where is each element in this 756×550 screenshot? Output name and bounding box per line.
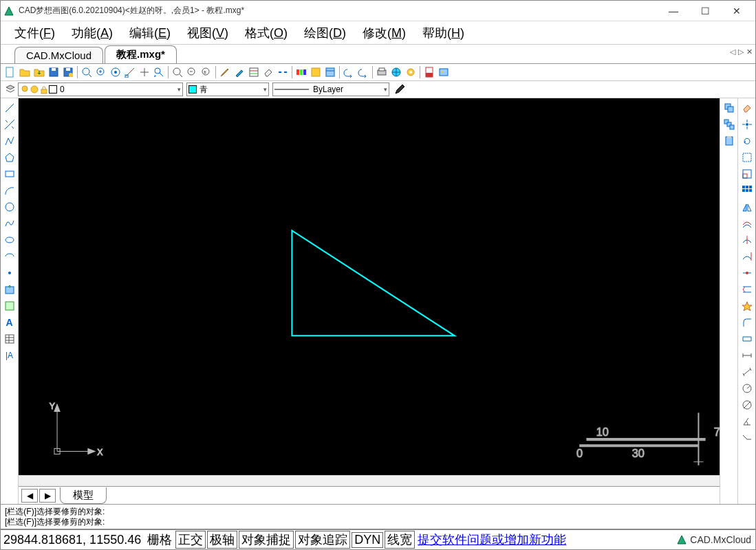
- ortho-toggle[interactable]: 正交: [175, 531, 206, 549]
- layout-prev-button[interactable]: ◀: [21, 489, 38, 503]
- chamfer-icon[interactable]: [740, 332, 754, 346]
- close-button[interactable]: ✕: [721, 1, 753, 21]
- dyn-toggle[interactable]: DYN: [352, 532, 383, 548]
- polar-toggle[interactable]: 极轴: [207, 531, 237, 549]
- pan-icon[interactable]: [138, 65, 151, 79]
- copy-multi-icon[interactable]: [722, 118, 736, 131]
- layer-dropdown[interactable]: 0 ▾: [18, 82, 183, 96]
- dim-radius-icon[interactable]: [740, 382, 754, 395]
- spline-icon[interactable]: [3, 217, 17, 230]
- table-icon[interactable]: [3, 332, 17, 346]
- stretch-icon[interactable]: [740, 283, 754, 296]
- menu-format[interactable]: 格式(O): [237, 23, 296, 43]
- ellipse-arc-icon[interactable]: [3, 250, 17, 263]
- break-icon[interactable]: [276, 65, 290, 79]
- horizontal-scrollbar[interactable]: [19, 475, 720, 486]
- mirror-icon[interactable]: [740, 200, 754, 214]
- copy-icon[interactable]: [722, 101, 736, 115]
- zoom-extents-icon[interactable]: [109, 65, 122, 79]
- tab-prev-icon[interactable]: ◁: [730, 47, 735, 56]
- new-icon[interactable]: [3, 65, 17, 79]
- tab-next-icon[interactable]: ▷: [738, 47, 744, 56]
- circle-icon[interactable]: [3, 200, 17, 214]
- linetype-dropdown[interactable]: ByLayer ▾: [272, 82, 389, 96]
- tab-close-icon[interactable]: ✕: [746, 47, 753, 56]
- explode-icon[interactable]: [740, 299, 754, 313]
- menu-view[interactable]: 视图(V): [179, 23, 237, 43]
- otrack-toggle[interactable]: 对象追踪: [295, 531, 350, 549]
- measure-icon[interactable]: [123, 65, 137, 79]
- properties-icon[interactable]: [323, 65, 337, 79]
- layout-tab-model[interactable]: 模型: [60, 487, 107, 504]
- settings-icon[interactable]: [404, 65, 418, 79]
- dim-linear-icon[interactable]: [740, 349, 754, 362]
- array-icon[interactable]: [740, 184, 754, 197]
- pen-icon[interactable]: [233, 65, 246, 79]
- eraser-icon[interactable]: [261, 65, 275, 79]
- feedback-link[interactable]: 提交软件问题或增加新功能: [418, 531, 566, 548]
- mtext-icon[interactable]: |A: [3, 349, 17, 362]
- polyline-icon[interactable]: [3, 134, 17, 148]
- zoom-in-icon[interactable]: [94, 65, 108, 79]
- image-icon[interactable]: [437, 65, 451, 79]
- make-block-icon[interactable]: [3, 299, 17, 313]
- extend-icon[interactable]: [740, 250, 754, 263]
- doc-tab-tutorial[interactable]: 教程.mxg*: [105, 45, 177, 63]
- world-icon[interactable]: [389, 65, 403, 79]
- insert-block-icon[interactable]: [3, 283, 17, 296]
- save-icon[interactable]: [47, 65, 61, 79]
- trim-icon[interactable]: [740, 233, 754, 247]
- erase-icon[interactable]: [740, 101, 754, 115]
- zoom-previous-icon[interactable]: [152, 65, 166, 79]
- dim-angular-icon[interactable]: [740, 415, 754, 428]
- minimize-button[interactable]: —: [658, 1, 689, 21]
- text-icon[interactable]: A: [3, 316, 17, 329]
- menu-function[interactable]: 功能(A): [63, 23, 121, 43]
- brush-icon[interactable]: [218, 65, 232, 79]
- saveas-icon[interactable]: [61, 65, 75, 79]
- command-line[interactable]: [栏选(F)]选择要修剪的对象: [栏选(F)]选择要修剪的对象:: [1, 504, 755, 529]
- zoom-out-icon[interactable]: [185, 65, 199, 79]
- dim-aligned-icon[interactable]: [740, 365, 754, 379]
- move-icon[interactable]: [740, 118, 754, 131]
- fillet-icon[interactable]: [740, 316, 754, 329]
- scale-icon[interactable]: [740, 167, 754, 181]
- ellipse-icon[interactable]: [3, 233, 17, 247]
- menu-draw[interactable]: 绘图(D): [296, 23, 354, 43]
- menu-modify[interactable]: 修改(M): [354, 23, 414, 43]
- import-icon[interactable]: [32, 65, 46, 79]
- zoom-window-icon[interactable]: [80, 65, 94, 79]
- maximize-button[interactable]: ☐: [689, 1, 721, 21]
- point-icon[interactable]: [3, 266, 17, 280]
- dim-diameter-icon[interactable]: [740, 398, 754, 412]
- osnap-toggle[interactable]: 对象捕捉: [239, 531, 294, 549]
- zoom-scale-icon[interactable]: ±: [199, 65, 213, 79]
- leader-icon[interactable]: [740, 431, 754, 445]
- xline-icon[interactable]: [3, 118, 17, 131]
- paste-icon[interactable]: [722, 134, 736, 148]
- rotate-icon[interactable]: [740, 134, 754, 148]
- palette-icon[interactable]: [294, 65, 308, 79]
- menu-file[interactable]: 文件(F): [6, 23, 63, 43]
- offset-icon[interactable]: [740, 217, 754, 230]
- menu-help[interactable]: 帮助(H): [414, 23, 473, 43]
- block-icon[interactable]: [309, 65, 323, 79]
- open-icon[interactable]: [18, 65, 32, 79]
- layout-next-button[interactable]: ▶: [39, 489, 56, 503]
- zoom-realtime-icon[interactable]: [171, 65, 184, 79]
- color-dropdown[interactable]: 青 ▾: [186, 82, 269, 96]
- polygon-icon[interactable]: [3, 151, 17, 164]
- print-icon[interactable]: [375, 65, 389, 79]
- rectangle-icon[interactable]: [3, 167, 17, 181]
- drawing-canvas[interactable]: Y X 10 70 0 30: [19, 98, 720, 475]
- line-icon[interactable]: [3, 101, 17, 115]
- grid-toggle[interactable]: 栅格: [145, 531, 174, 548]
- menu-edit[interactable]: 编辑(E): [121, 23, 179, 43]
- hatch-icon[interactable]: [247, 65, 261, 79]
- doc-tab-cloud[interactable]: CAD.MxCloud: [14, 47, 103, 63]
- undo-icon[interactable]: [342, 65, 356, 79]
- pdf-icon[interactable]: [422, 65, 436, 79]
- arc-icon[interactable]: [3, 184, 17, 197]
- lineweight-toggle[interactable]: 线宽: [385, 531, 415, 549]
- break-point-icon[interactable]: [740, 266, 754, 280]
